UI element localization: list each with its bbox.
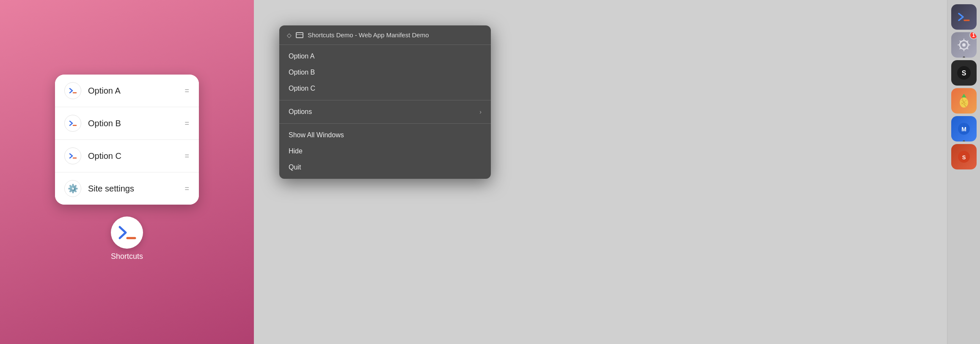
svg-line-11 <box>960 41 961 42</box>
app-label: Shortcuts <box>111 252 143 261</box>
migrate-dot <box>963 140 965 141</box>
menu-item-handle-a: = <box>184 86 190 95</box>
terminal-icon <box>68 86 77 95</box>
dock-item-fruit[interactable] <box>951 88 977 114</box>
menu-item-label-c: Option C <box>88 151 178 161</box>
settings-icon-wrapper: ⚙️ <box>64 180 81 197</box>
context-menu-section-3: Show All Windows Hide Quit <box>279 123 491 179</box>
terminal-icon-b <box>68 119 77 128</box>
context-item-label-a: Option A <box>289 53 314 60</box>
dock-fruit-icon <box>957 93 971 108</box>
menu-item-handle-settings: = <box>184 184 190 193</box>
dock-squirrel-icon: S <box>956 149 972 164</box>
context-item-label-hide: Hide <box>289 147 303 155</box>
app-icon[interactable] <box>111 216 143 249</box>
context-item-label-options: Options <box>289 108 312 116</box>
chevron-right-icon: › <box>479 108 482 115</box>
prompt-icon-a <box>64 82 81 99</box>
svg-text:M: M <box>961 126 966 133</box>
context-menu-item-option-c[interactable]: Option C <box>279 80 491 97</box>
dock-item-settings[interactable]: 1 <box>951 32 977 58</box>
svg-line-14 <box>960 48 961 49</box>
context-item-label-quit: Quit <box>289 164 301 171</box>
menu-item-label-b: Option B <box>88 119 178 128</box>
menu-item-label-settings: Site settings <box>88 184 178 194</box>
menu-item-label-a: Option A <box>88 86 178 96</box>
dock-sequel-icon: S <box>956 65 972 81</box>
right-dock: 1 S M S <box>947 0 980 344</box>
context-menu-title: Shortcuts Demo - Web App Manifest Demo <box>308 31 429 39</box>
terminal-icon-c <box>68 151 77 161</box>
dock-migrate-icon: M <box>956 121 972 136</box>
context-item-label-b: Option B <box>289 69 315 76</box>
gear-icon: ⚙️ <box>68 183 78 194</box>
context-menu-item-hide[interactable]: Hide <box>279 143 491 159</box>
context-menu-item-options[interactable]: Options › <box>279 104 491 120</box>
svg-line-12 <box>966 48 968 49</box>
menu-item-option-c[interactable]: Option C = <box>55 140 199 172</box>
dock-item-sequel[interactable]: S <box>951 60 977 86</box>
context-item-label-show-all: Show All Windows <box>289 131 344 139</box>
dock-settings-icon <box>956 37 972 53</box>
prompt-icon-c <box>64 147 81 164</box>
middle-area: ◇ Shortcuts Demo - Web App Manifest Demo… <box>254 0 947 344</box>
context-menu-section-2: Options › <box>279 100 491 123</box>
app-menu: Option A = Option B = Option C = <box>55 75 199 205</box>
context-item-label-c: Option C <box>289 85 315 92</box>
svg-text:S: S <box>961 69 966 77</box>
context-menu: ◇ Shortcuts Demo - Web App Manifest Demo… <box>279 25 491 179</box>
context-menu-section-1: Option A Option B Option C <box>279 45 491 100</box>
svg-line-13 <box>966 41 968 42</box>
context-menu-header: ◇ Shortcuts Demo - Web App Manifest Demo <box>279 25 491 45</box>
dock-item-migrate[interactable]: M <box>951 116 977 141</box>
dock-item-squirrel[interactable]: S <box>951 144 977 169</box>
menu-item-handle-b: = <box>184 119 190 128</box>
context-menu-item-option-b[interactable]: Option B <box>279 64 491 80</box>
settings-dot <box>963 56 965 58</box>
window-icon <box>296 32 303 38</box>
menu-item-option-b[interactable]: Option B = <box>55 107 199 140</box>
shortcuts-app-icon <box>116 222 138 243</box>
left-panel: Option A = Option B = Option C = <box>0 0 254 344</box>
menu-item-option-a[interactable]: Option A = <box>55 75 199 107</box>
dock-terminal-icon <box>956 9 972 25</box>
diamond-icon: ◇ <box>287 32 292 39</box>
svg-point-6 <box>962 43 966 47</box>
svg-text:S: S <box>962 154 966 161</box>
menu-item-site-settings[interactable]: ⚙️ Site settings = <box>55 172 199 205</box>
app-icon-wrapper: Shortcuts <box>111 216 143 261</box>
context-menu-item-option-a[interactable]: Option A <box>279 48 491 64</box>
prompt-icon-b <box>64 115 81 132</box>
context-menu-item-quit[interactable]: Quit <box>279 159 491 175</box>
dock-item-terminal[interactable] <box>951 4 977 30</box>
menu-item-handle-c: = <box>184 152 190 161</box>
context-menu-item-show-all-windows[interactable]: Show All Windows <box>279 127 491 143</box>
